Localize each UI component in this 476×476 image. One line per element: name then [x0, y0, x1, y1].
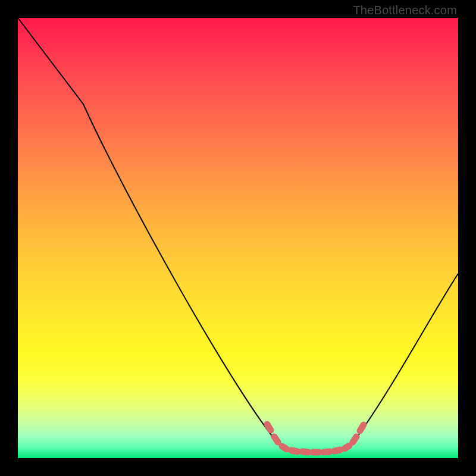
- marker-dot: [267, 424, 271, 430]
- marker-dot: [353, 437, 356, 442]
- marker-dot: [292, 450, 298, 452]
- marker-dot: [302, 452, 308, 452]
- watermark-text: TheBottleneck.com: [353, 4, 457, 17]
- marker-dot: [360, 425, 364, 431]
- marker-dot: [345, 446, 349, 449]
- marker-dot: [274, 437, 278, 442]
- chart-svg: [18, 18, 458, 458]
- optimal-range-markers: [267, 424, 364, 452]
- marker-dot: [324, 452, 330, 452]
- bottleneck-curve: [18, 18, 458, 452]
- marker-dot: [334, 450, 340, 451]
- marker-dot: [282, 446, 287, 449]
